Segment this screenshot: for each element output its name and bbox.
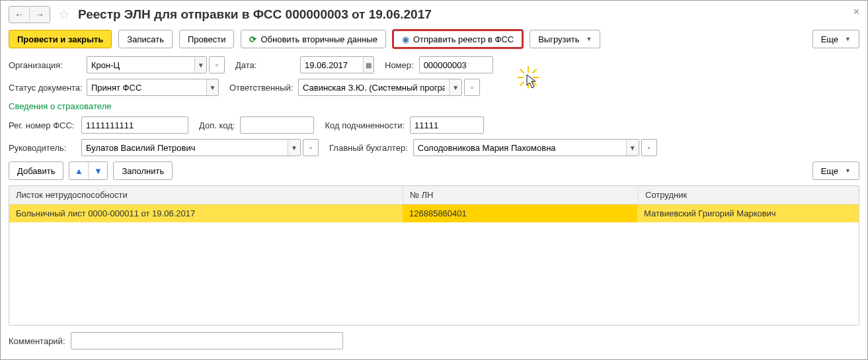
reg-fss-input[interactable] bbox=[82, 120, 188, 130]
more-label: Еще bbox=[821, 166, 838, 176]
status-label: Статус документа: bbox=[9, 83, 81, 93]
dropdown-icon[interactable]: ▼ bbox=[206, 79, 218, 95]
refresh-secondary-button[interactable]: ⟳ Обновить вторичные данные bbox=[241, 30, 386, 48]
sub-code-input[interactable] bbox=[411, 120, 483, 130]
dropdown-icon[interactable]: ▼ bbox=[449, 79, 461, 95]
back-button[interactable]: ← bbox=[9, 7, 30, 22]
document-window: ← → ☆ Реестр ЭЛН для отправки в ФСС 0000… bbox=[0, 0, 868, 360]
send-label: Отправить реестр в ФСС bbox=[413, 34, 514, 44]
accountant-field[interactable]: ▼ bbox=[413, 139, 639, 156]
open-icon[interactable]: ▫ bbox=[303, 139, 319, 156]
chevron-down-icon: ▼ bbox=[845, 167, 851, 174]
date-field[interactable]: ▦ bbox=[300, 56, 374, 73]
comment-label: Комментарий: bbox=[9, 336, 65, 346]
open-icon[interactable]: ▫ bbox=[641, 139, 657, 156]
favorite-star-icon[interactable]: ☆ bbox=[58, 7, 70, 22]
cell-number: 126885860401 bbox=[403, 204, 637, 222]
reg-fss-label: Рег. номер ФСС: bbox=[9, 120, 76, 130]
refresh-icon: ⟳ bbox=[249, 34, 256, 44]
dop-code-field[interactable] bbox=[240, 116, 314, 134]
page-title: Реестр ЭЛН для отправки в ФСС 000000003 … bbox=[78, 7, 432, 22]
save-button[interactable]: Записать bbox=[118, 30, 173, 48]
export-button[interactable]: Выгрузить ▼ bbox=[530, 30, 600, 48]
org-input[interactable] bbox=[87, 60, 194, 70]
accountant-label: Главный бухгалтер: bbox=[329, 143, 408, 153]
move-buttons: ▲ ▼ bbox=[69, 161, 108, 180]
col-sick-leave[interactable]: Листок нетрудоспособности bbox=[9, 186, 403, 204]
head-label: Руководитель: bbox=[9, 143, 76, 153]
responsible-input[interactable] bbox=[299, 83, 449, 93]
send-register-button[interactable]: ◉ Отправить реестр в ФСС bbox=[393, 30, 523, 48]
comment-input[interactable] bbox=[71, 336, 342, 346]
more-label: Еще bbox=[821, 34, 838, 44]
status-field[interactable]: ▼ bbox=[87, 79, 219, 96]
forward-button[interactable]: → bbox=[30, 7, 50, 22]
chevron-down-icon: ▼ bbox=[586, 36, 592, 42]
head-field[interactable]: ▼ bbox=[81, 139, 301, 156]
move-up-button[interactable]: ▲ bbox=[69, 162, 89, 179]
table-more-button[interactable]: Еще ▼ bbox=[812, 161, 859, 180]
dropdown-icon[interactable]: ▼ bbox=[194, 57, 206, 73]
dropdown-icon[interactable]: ▼ bbox=[288, 140, 300, 156]
table-header: Листок нетрудоспособности № ЛН Сотрудник bbox=[9, 186, 859, 204]
open-icon[interactable]: ▫ bbox=[464, 79, 480, 96]
calendar-icon[interactable]: ▦ bbox=[363, 57, 374, 73]
export-label: Выгрузить bbox=[538, 34, 579, 44]
move-down-button[interactable]: ▼ bbox=[89, 162, 107, 179]
cell-sick-leave: Больничный лист 0000-000011 от 19.06.201… bbox=[9, 204, 403, 222]
dop-code-input[interactable] bbox=[241, 120, 313, 130]
org-field[interactable]: ▼ bbox=[87, 56, 207, 73]
head-input[interactable] bbox=[82, 143, 288, 153]
date-input[interactable] bbox=[301, 60, 363, 70]
dop-code-label: Доп. код: bbox=[199, 120, 235, 130]
table-row[interactable]: Больничный лист 0000-000011 от 19.06.201… bbox=[9, 204, 859, 222]
more-button[interactable]: Еще ▼ bbox=[812, 30, 859, 48]
number-input[interactable] bbox=[420, 60, 493, 70]
refresh-label: Обновить вторичные данные bbox=[260, 34, 377, 44]
add-button[interactable]: Добавить bbox=[9, 161, 63, 180]
dropdown-icon[interactable]: ▼ bbox=[626, 140, 639, 156]
comment-field[interactable] bbox=[71, 332, 343, 349]
reg-fss-field[interactable] bbox=[81, 116, 188, 134]
globe-icon: ◉ bbox=[402, 34, 409, 44]
org-label: Организация: bbox=[9, 60, 81, 70]
close-icon[interactable]: × bbox=[853, 6, 859, 18]
responsible-label: Ответственный: bbox=[229, 83, 293, 93]
post-button[interactable]: Провести bbox=[179, 30, 235, 48]
chevron-down-icon: ▼ bbox=[845, 36, 851, 42]
col-employee[interactable]: Сотрудник bbox=[639, 186, 859, 204]
number-label: Номер: bbox=[385, 60, 414, 70]
title-bar: ← → ☆ Реестр ЭЛН для отправки в ФСС 0000… bbox=[9, 6, 859, 23]
nav-buttons: ← → bbox=[9, 6, 50, 23]
table-body: Больничный лист 0000-000011 от 19.06.201… bbox=[9, 204, 859, 325]
fill-button[interactable]: Заполнить bbox=[113, 161, 173, 180]
sub-code-field[interactable] bbox=[410, 116, 484, 134]
col-number[interactable]: № ЛН bbox=[403, 186, 639, 204]
cell-employee: Матвиевский Григорий Маркович bbox=[637, 204, 859, 222]
number-field[interactable] bbox=[419, 56, 493, 73]
insurer-section-title: Сведения о страхователе bbox=[9, 101, 859, 111]
accountant-input[interactable] bbox=[414, 143, 626, 153]
main-toolbar: Провести и закрыть Записать Провести ⟳ О… bbox=[9, 30, 859, 48]
date-label: Дата: bbox=[235, 60, 295, 70]
sub-code-label: Код подчиненности: bbox=[325, 120, 405, 130]
responsible-field[interactable]: ▼ bbox=[298, 79, 462, 96]
status-input[interactable] bbox=[87, 83, 206, 93]
open-icon[interactable]: ▫ bbox=[209, 56, 225, 73]
sick-leave-table: Листок нетрудоспособности № ЛН Сотрудник… bbox=[9, 185, 859, 326]
post-and-close-button[interactable]: Провести и закрыть bbox=[9, 30, 112, 48]
